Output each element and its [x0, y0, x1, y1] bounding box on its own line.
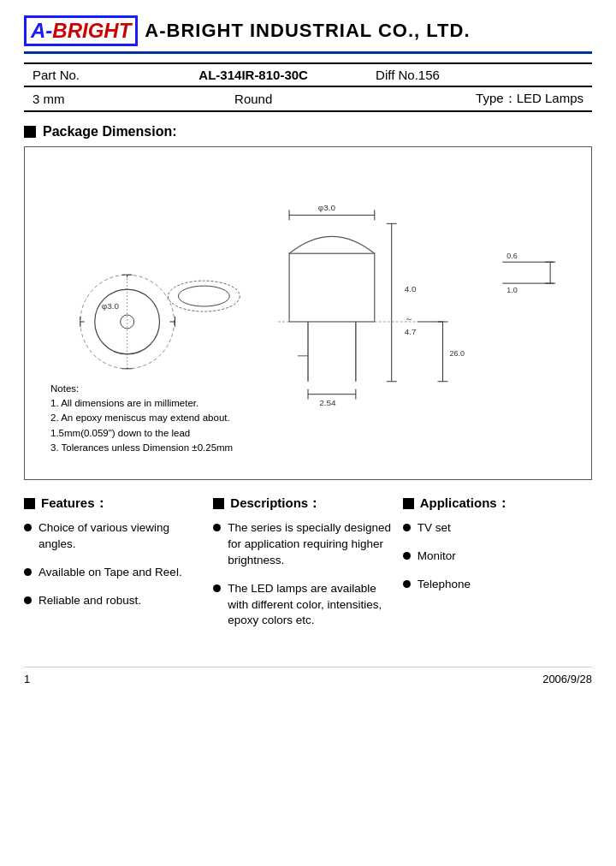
list-item: Reliable and robust. [24, 593, 204, 609]
page-header: A - BRIGHT A-BRIGHT INDUSTRIAL CO., LTD. [24, 15, 592, 54]
bottom-sections: Features： Choice of various viewing angl… [24, 495, 592, 641]
descriptions-list: The series is specially designed for app… [213, 520, 394, 629]
logo-a: A [31, 19, 45, 43]
descriptions-title: Descriptions： [230, 495, 321, 512]
bullet-icon [213, 524, 221, 531]
shape: Round [139, 86, 367, 111]
part-number: AL-314IR-810-30C [139, 63, 367, 86]
features-list: Choice of various viewing angles. Availa… [24, 520, 204, 609]
diff-no: Diff No.156 [367, 63, 592, 86]
svg-rect-5 [289, 253, 375, 322]
bullet-icon [24, 568, 32, 576]
logo-dash: - [45, 19, 52, 43]
company-name: A-BRIGHT INDUSTRIAL CO., LTD. [145, 20, 470, 42]
note-2: 2. An epoxy meniscus may extend about. [50, 411, 233, 425]
svg-point-3 [168, 281, 240, 311]
package-section-header: Package Dimension: [24, 124, 592, 139]
svg-text:0.6: 0.6 [506, 252, 517, 260]
list-item: Telephone [403, 577, 583, 593]
logo-bright: BRIGHT [52, 19, 131, 43]
feature-item-3: Reliable and robust. [38, 593, 141, 609]
section-square-icon [24, 126, 36, 138]
bullet-icon [24, 596, 32, 604]
list-item: Available on Tape and Reel. [24, 565, 204, 581]
list-item: Choice of various viewing angles. [24, 520, 204, 553]
part-no-label: Part No. [24, 63, 139, 86]
list-item: The LED lamps are available with differe… [213, 581, 394, 630]
bullet-icon [403, 580, 411, 588]
app-item-2: Monitor [418, 549, 456, 565]
bullet-icon [213, 584, 221, 592]
app-item-3: Telephone [418, 577, 471, 593]
descriptions-column: Descriptions： The series is specially de… [213, 495, 402, 641]
descriptions-header: Descriptions： [213, 495, 394, 512]
applications-list: TV set Monitor Telephone [403, 520, 583, 593]
applications-header: Applications： [403, 495, 583, 512]
list-item: TV set [403, 520, 583, 537]
list-item: The series is specially designed for app… [213, 520, 394, 569]
size: 3 mm [24, 86, 139, 111]
svg-point-4 [178, 286, 229, 306]
package-dimension-box: φ3.0 4.0 ～ 4.7 0.6 1.0 2.54 φ3.0 [24, 146, 592, 480]
note-1: 1. All dimensions are in millimeter. [50, 396, 233, 411]
description-item-1: The series is specially designed for app… [228, 520, 394, 569]
package-title: Package Dimension: [43, 124, 177, 139]
note-2b: 1.5mm(0.059") down to the lead [50, 426, 233, 441]
svg-text:26.0: 26.0 [450, 349, 465, 358]
features-square-icon [24, 498, 35, 509]
svg-text:1.0: 1.0 [506, 286, 517, 294]
page-footer: 1 2006/9/28 [24, 667, 592, 685]
applications-square-icon [403, 498, 414, 509]
bullet-icon [403, 524, 411, 531]
package-notes: Notes: 1. All dimensions are in millimet… [50, 382, 233, 455]
bullet-icon [24, 524, 32, 531]
page-number: 1 [24, 673, 30, 685]
list-item: Monitor [403, 549, 583, 565]
type-label: Type：LED Lamps [367, 86, 592, 111]
svg-text:2.54: 2.54 [319, 398, 336, 407]
date: 2006/9/28 [542, 673, 592, 685]
feature-item-1: Choice of various viewing angles. [38, 520, 204, 553]
description-item-2: The LED lamps are available with differe… [228, 581, 394, 630]
applications-title: Applications： [420, 495, 510, 512]
svg-text:φ3.0: φ3.0 [102, 301, 120, 311]
part-info-table: Part No. AL-314IR-810-30C Diff No.156 3 … [24, 62, 592, 112]
features-column: Features： Choice of various viewing angl… [24, 495, 213, 641]
features-header: Features： [24, 495, 204, 512]
svg-text:4.0: 4.0 [405, 284, 417, 294]
feature-item-2: Available on Tape and Reel. [38, 565, 182, 581]
bullet-icon [403, 552, 411, 560]
note-3: 3. Tolerances unless Dimension ±0.25mm [50, 441, 233, 455]
applications-column: Applications： TV set Monitor Telephone [403, 495, 592, 641]
features-title: Features： [41, 495, 108, 512]
logo-box: A - BRIGHT [24, 15, 138, 46]
svg-text:4.7: 4.7 [405, 327, 417, 336]
descriptions-square-icon [213, 498, 224, 509]
svg-text:φ3.0: φ3.0 [318, 203, 336, 212]
notes-title: Notes: [50, 382, 233, 396]
app-item-1: TV set [418, 520, 451, 537]
